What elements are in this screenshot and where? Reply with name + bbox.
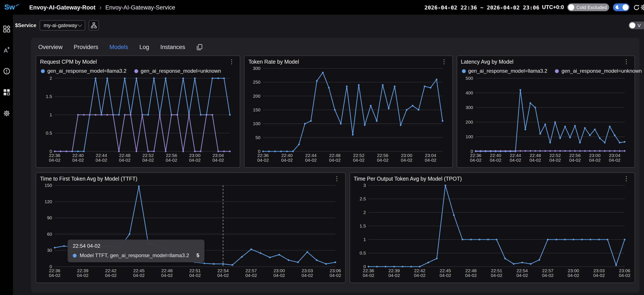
svg-text:23:03: 23:03 — [302, 268, 313, 273]
skywalking-logo[interactable]: Sw — [4, 3, 23, 11]
kebab-menu-icon[interactable]: ⋮ — [332, 176, 341, 181]
svg-text:150: 150 — [253, 107, 260, 112]
svg-text:22:56: 22:56 — [166, 153, 177, 158]
svg-text:04-02: 04-02 — [142, 158, 154, 163]
svg-text:04-02: 04-02 — [329, 158, 341, 163]
svg-text:04-02: 04-02 — [330, 273, 341, 278]
svg-text:22:48: 22:48 — [161, 268, 172, 273]
svg-text:04-02: 04-02 — [133, 273, 145, 278]
tooltip-series-row: Model TTFT, gen_ai_response_model=llama3… — [73, 253, 199, 259]
svg-text:22:51: 22:51 — [190, 268, 201, 273]
sidebar-item-marketplace[interactable] — [2, 25, 10, 33]
refresh-button[interactable] — [633, 4, 640, 10]
breadcrumb-current: Envoy-AI-Gateway-Service — [106, 4, 175, 10]
settings-edge-button[interactable] — [640, 4, 644, 12]
tab-overview[interactable]: Overview — [38, 44, 63, 50]
svg-text:23:03: 23:03 — [593, 268, 604, 273]
topology-button[interactable] — [89, 20, 99, 30]
svg-text:22:39: 22:39 — [388, 268, 400, 273]
cold-excluded-label: Cold Excluded — [576, 5, 607, 10]
svg-text:22:39: 22:39 — [77, 268, 88, 273]
svg-text:22:44: 22:44 — [305, 153, 316, 158]
svg-text:22:36: 22:36 — [363, 268, 374, 273]
svg-text:22:54: 22:54 — [218, 268, 229, 273]
top-header: Sw Envoy-AI-Gateway-Root › Envoy-AI-Gate… — [0, 0, 644, 15]
legend-dot — [555, 69, 559, 73]
kebab-menu-icon[interactable]: ⋮ — [622, 59, 631, 64]
view-mode-toggle[interactable]: V — [628, 21, 644, 29]
service-toolbar: $Service my-ai-gateway V — [13, 15, 644, 36]
chart-plot-area[interactable]: 030609012015022:3604-0222:3904-0222:4204… — [40, 182, 341, 281]
tooltip-timestamp: 22:54 04-02 — [73, 243, 199, 249]
svg-text:04-02: 04-02 — [105, 273, 117, 278]
dashboard-grid-icon — [3, 25, 10, 32]
svg-text:22:42: 22:42 — [105, 268, 117, 273]
kebab-menu-icon[interactable]: ⋮ — [622, 176, 631, 181]
legend-item[interactable]: gen_ai_response_model=unknown — [134, 68, 221, 74]
svg-text:04-02: 04-02 — [281, 158, 293, 163]
chart-plot-area[interactable]: 010020030040050022:3604-0222:4004-0222:4… — [461, 75, 631, 166]
legend-item[interactable]: gen_ai_response_model=llama3.2 — [462, 68, 547, 74]
svg-text:0.5: 0.5 — [46, 130, 52, 135]
svg-text:22:48: 22:48 — [329, 153, 340, 158]
svg-text:500: 500 — [465, 76, 473, 81]
tab-instances[interactable]: Instances — [160, 44, 185, 50]
toggle-knob — [622, 4, 628, 10]
alert-icon — [3, 67, 10, 75]
chart-grid: Request CPM by Model ⋮ gen_ai_response_m… — [36, 55, 635, 283]
svg-text:22:56: 22:56 — [569, 153, 580, 158]
svg-text:04-02: 04-02 — [414, 273, 425, 278]
svg-text:22:57: 22:57 — [542, 268, 554, 273]
time-range-picker[interactable]: 2026-04-02 22:36 ~ 2026-04-02 23:06 — [424, 4, 540, 10]
kebab-menu-icon[interactable]: ⋮ — [227, 59, 236, 64]
svg-text:22:52: 22:52 — [549, 153, 561, 158]
svg-text:04-02: 04-02 — [425, 158, 436, 163]
copy-tab-button[interactable] — [196, 44, 203, 50]
svg-text:22:52: 22:52 — [353, 153, 364, 158]
sidebar: A — [0, 15, 13, 295]
toggle-knob — [568, 4, 574, 10]
svg-text:1: 1 — [50, 112, 52, 117]
tab-log[interactable]: Log — [140, 44, 149, 50]
svg-text:22:40: 22:40 — [72, 153, 84, 158]
svg-text:23:06: 23:06 — [619, 268, 630, 273]
svg-text:04-02: 04-02 — [245, 273, 257, 278]
svg-text:04-02: 04-02 — [542, 273, 554, 278]
svg-text:23:04: 23:04 — [425, 153, 436, 158]
svg-text:04-02: 04-02 — [72, 158, 84, 163]
svg-text:200: 200 — [253, 93, 260, 98]
sidebar-item-dashboards[interactable] — [2, 88, 10, 96]
sidebar-item-ai-pipeline[interactable]: A — [2, 46, 10, 54]
svg-text:22:56: 22:56 — [377, 153, 388, 158]
toggle-knob — [629, 22, 636, 28]
svg-text:1.5: 1.5 — [360, 223, 366, 228]
svg-text:23:00: 23:00 — [189, 153, 200, 158]
dark-mode-toggle[interactable] — [613, 3, 629, 11]
breadcrumb-root[interactable]: Envoy-AI-Gateway-Root — [29, 4, 96, 10]
cold-excluded-toggle[interactable]: Cold Excluded — [567, 3, 609, 11]
chart-plot-area[interactable]: 05010015020025030022:3604-0222:4004-0222… — [248, 65, 448, 166]
svg-text:04-02: 04-02 — [273, 273, 285, 278]
chart-title: Time Per Output Token Avg by Model (TPOT… — [354, 176, 462, 182]
tab-providers[interactable]: Providers — [74, 44, 98, 50]
svg-text:04-02: 04-02 — [49, 273, 60, 278]
svg-text:04-02: 04-02 — [490, 158, 501, 163]
sidebar-item-alerting[interactable] — [2, 67, 10, 75]
sidebar-item-settings[interactable] — [2, 109, 10, 117]
svg-text:04-02: 04-02 — [353, 158, 364, 163]
timezone-selector[interactable]: UTC+0:0 — [542, 4, 564, 10]
chart-plot-area[interactable]: 00.511.5222:3604-0222:4004-0222:4404-022… — [40, 75, 236, 166]
service-select[interactable]: my-ai-gateway — [40, 20, 86, 30]
svg-text:23:04: 23:04 — [212, 153, 224, 158]
chart-plot-area[interactable]: 00.511.522.5322:3604-0222:3904-0222:4204… — [354, 182, 631, 281]
legend-item[interactable]: gen_ai_response_model=llama3.2 — [41, 68, 126, 74]
chart-title: Latency Avg by Model — [461, 59, 513, 65]
token-rate-card: Token Rate by Model ⋮ 050100150200250300… — [244, 55, 453, 168]
legend-label: gen_ai_response_model=unknown — [562, 68, 642, 74]
legend-item[interactable]: gen_ai_response_model=unknown — [555, 68, 642, 74]
svg-text:04-02: 04-02 — [161, 273, 173, 278]
tab-models[interactable]: Models — [110, 44, 128, 50]
svg-text:22:48: 22:48 — [465, 268, 476, 273]
kebab-menu-icon[interactable]: ⋮ — [440, 59, 448, 64]
topology-icon — [91, 22, 97, 28]
